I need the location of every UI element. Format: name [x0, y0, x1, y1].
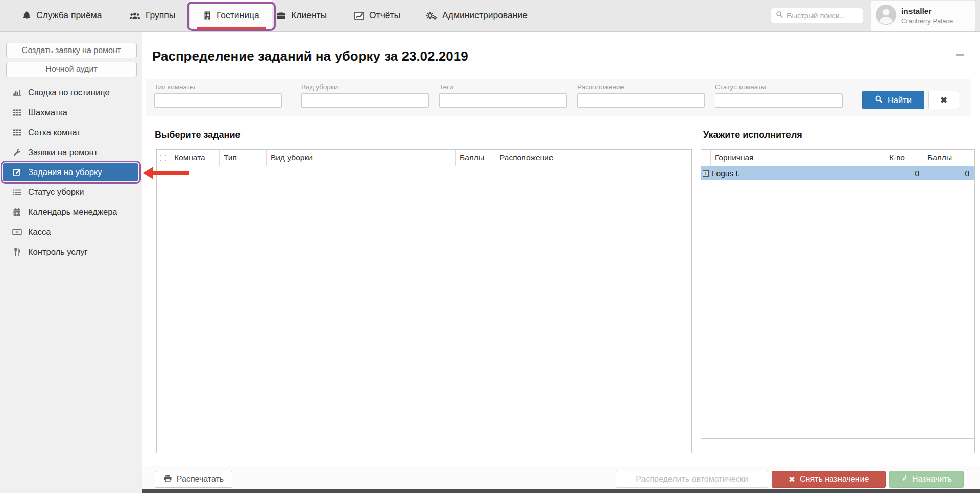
performers-table: Горничная К-во Баллы + Logus I. 0 0 — [701, 149, 975, 453]
nav-item-reports[interactable]: Отчёты — [354, 0, 400, 31]
sidebar-item-label: Касса — [28, 227, 51, 237]
performer-points: 0 — [923, 169, 974, 178]
page-title: Распределение заданий на уборку за 23.02… — [152, 48, 468, 64]
briefcase-icon — [276, 11, 286, 20]
bell-icon — [22, 11, 31, 20]
night-audit-button[interactable]: Ночной аудит — [6, 62, 137, 77]
user-name: installer — [901, 6, 953, 17]
assign-button-label: Назначить — [912, 475, 952, 484]
sidebar-item-repair-requests[interactable]: Заявки на ремонт — [0, 142, 142, 162]
header-cell-points[interactable]: Баллы — [923, 150, 974, 166]
nav-item-label: Служба приёма — [36, 10, 102, 21]
edit-icon — [11, 168, 22, 177]
sidebar-item-label: Статус уборки — [28, 187, 84, 197]
performers-table-header: Горничная К-во Баллы — [701, 150, 974, 166]
create-repair-request-button[interactable]: Создать заявку на ремонт — [6, 43, 137, 58]
chart-icon — [354, 12, 364, 20]
filter-input-tags[interactable] — [439, 93, 567, 108]
quick-search-input[interactable] — [787, 12, 858, 20]
gears-icon — [426, 11, 437, 20]
cash-icon: 0 — [11, 229, 22, 235]
sidebar-item-service-control[interactable]: Контроль услуг — [0, 242, 142, 262]
find-button[interactable]: Найти — [862, 91, 924, 109]
performers-panel-title: Укажите исполнителя — [703, 130, 802, 140]
auto-assign-button[interactable]: Распределить автоматически — [616, 471, 768, 488]
header-cell-room[interactable]: Комната — [170, 150, 220, 166]
print-button[interactable]: Распечатать — [155, 471, 232, 488]
annotation-arrow-cleaning-tasks — [142, 165, 191, 181]
header-cell-points[interactable]: Баллы — [456, 150, 495, 166]
performer-task-count: 0 — [885, 169, 923, 178]
sidebar-item-label: Заявки на ремонт — [28, 147, 98, 157]
performer-name: Logus I. — [711, 169, 885, 178]
window-bottom-strip — [142, 489, 980, 493]
header-cell-maid[interactable]: Горничная — [711, 150, 885, 166]
nav-item-administration[interactable]: Администрирование — [426, 0, 528, 31]
user-hotel-name: Cranberry Palace — [901, 17, 953, 26]
auto-assign-button-label: Распределить автоматически — [636, 475, 748, 484]
nav-item-label: Администрирование — [442, 10, 528, 21]
sidebar-item-label: Сводка по гостинице — [28, 88, 110, 97]
nav-item-clients[interactable]: Клиенты — [276, 0, 327, 31]
tasks-panel-title: Выберите задание — [155, 130, 241, 140]
sidebar-item-label: Задания на уборку — [28, 167, 102, 177]
wrench-icon — [11, 148, 22, 157]
filter-label-location: Расположение — [577, 83, 624, 91]
sidebar-item-cleaning-status[interactable]: Статус уборки — [0, 182, 142, 202]
bar-chart-icon — [11, 89, 22, 96]
expand-icon[interactable]: + — [703, 170, 709, 177]
search-icon — [776, 11, 783, 20]
grid-icon — [11, 129, 22, 136]
sidebar-menu: Сводка по гостинице Шахматка Сетка комна… — [0, 83, 142, 262]
header-cell-expand — [701, 150, 711, 166]
performers-table-footer — [701, 438, 974, 453]
top-navigation-bar: Служба приёма Группы Гостиница Клиенты О… — [0, 0, 980, 32]
assign-button[interactable]: Назначить — [889, 471, 964, 488]
select-all-checkbox[interactable] — [160, 155, 166, 161]
filter-input-room-status[interactable] — [715, 93, 843, 108]
panel-divider — [696, 129, 696, 453]
header-cell-location[interactable]: Расположение — [495, 150, 691, 166]
filter-input-room-type[interactable] — [154, 93, 282, 108]
nav-item-groups[interactable]: Группы — [129, 0, 175, 31]
filter-input-location[interactable] — [577, 93, 705, 108]
nav-item-front-desk[interactable]: Служба приёма — [22, 0, 102, 31]
sidebar-item-chessboard[interactable]: Шахматка — [0, 103, 142, 122]
nav-item-label: Группы — [146, 10, 175, 21]
sidebar-item-label: Шахматка — [28, 108, 67, 117]
performer-row-selected[interactable]: + Logus I. 0 0 — [701, 166, 974, 180]
sidebar-item-manager-calendar[interactable]: Календарь менеджера — [0, 202, 142, 222]
tasks-table: Комната Тип Вид уборки Баллы Расположени… — [156, 149, 692, 453]
cutlery-icon — [11, 248, 22, 256]
sidebar-item-label: Сетка комнат — [28, 128, 81, 137]
header-cell-cleaning[interactable]: Вид уборки — [267, 150, 456, 166]
grid-icon — [11, 109, 22, 116]
filter-label-tags: Теги — [439, 83, 453, 91]
user-panel[interactable]: installer Cranberry Palace — [871, 1, 975, 31]
sidebar-item-hotel-summary[interactable]: Сводка по гостинице — [0, 83, 142, 103]
tasks-table-header: Комната Тип Вид уборки Баллы Расположени… — [157, 150, 691, 166]
sidebar-item-label: Контроль услуг — [28, 247, 87, 257]
list-icon — [11, 189, 22, 196]
clear-filters-button[interactable]: ✖ — [928, 91, 959, 109]
building-icon — [203, 11, 211, 20]
collapse-icon[interactable] — [956, 54, 964, 56]
find-button-label: Найти — [888, 95, 912, 105]
tasks-empty-row — [157, 166, 691, 183]
unassign-button[interactable]: ✖ Снять назначение — [772, 471, 886, 488]
quick-search — [771, 8, 863, 23]
svg-text:0: 0 — [16, 230, 18, 233]
assign-arrow-icon — [901, 475, 907, 484]
header-cell-select — [157, 150, 170, 166]
sidebar-item-room-grid[interactable]: Сетка комнат — [0, 122, 142, 142]
close-icon: ✖ — [788, 475, 795, 484]
header-cell-type[interactable]: Тип — [220, 150, 267, 166]
filter-input-cleaning-kind[interactable] — [301, 93, 429, 108]
sidebar-item-label: Календарь менеджера — [28, 207, 117, 217]
filter-label-room-status: Статус комнаты — [715, 83, 766, 91]
avatar — [876, 5, 896, 27]
nav-item-hotel-active[interactable]: Гостиница — [190, 0, 272, 31]
sidebar-item-cash-desk[interactable]: 0 Касса — [0, 222, 142, 242]
header-cell-count[interactable]: К-во — [885, 150, 923, 166]
sidebar-item-cleaning-tasks-active[interactable]: Задания на уборку — [3, 163, 138, 181]
